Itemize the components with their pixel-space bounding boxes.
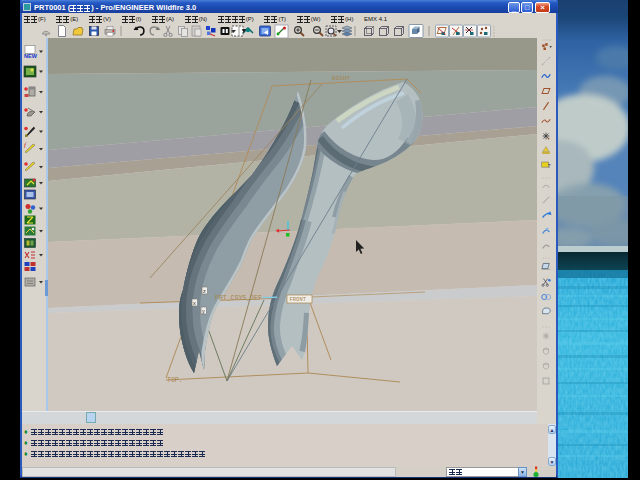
svg-text:TOP.: TOP. xyxy=(167,377,183,384)
svg-text:f: f xyxy=(24,141,27,149)
svg-text:7: 7 xyxy=(548,163,551,169)
svg-text:FRONT: FRONT xyxy=(290,296,307,303)
svg-text:PRT_CSYS_DEF: PRT_CSYS_DEF xyxy=(215,295,262,302)
svg-text:z: z xyxy=(203,288,206,294)
svg-text:RIGHT: RIGHT xyxy=(332,75,350,82)
svg-text:NEW: NEW xyxy=(24,53,38,59)
svg-text:x: x xyxy=(193,300,196,306)
svg-text:y: y xyxy=(202,308,205,314)
